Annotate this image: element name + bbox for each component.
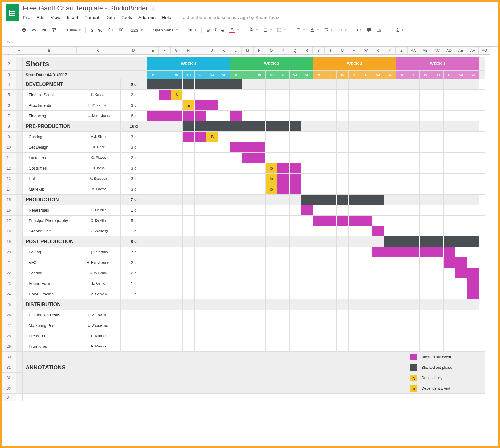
insert-chart-icon[interactable]	[375, 26, 383, 34]
gantt-cell[interactable]	[360, 331, 372, 341]
gantt-cell[interactable]	[290, 195, 301, 205]
cell[interactable]	[337, 383, 348, 394]
gantt-cell[interactable]	[171, 153, 183, 163]
gantt-cell[interactable]	[206, 184, 218, 195]
task-duration[interactable]: 1 d	[121, 278, 147, 289]
cell[interactable]	[360, 383, 372, 394]
gantt-cell[interactable]	[195, 153, 206, 163]
gantt-cell[interactable]	[396, 310, 408, 320]
gantt-cell[interactable]	[301, 121, 313, 132]
column-header[interactable]: U	[336, 47, 348, 55]
column-header[interactable]: A	[16, 47, 22, 55]
gantt-cell[interactable]	[242, 257, 254, 268]
gantt-cell[interactable]	[455, 100, 467, 111]
gantt-cell[interactable]	[195, 111, 206, 121]
day-header[interactable]: W	[420, 71, 431, 79]
gantt-cell[interactable]	[195, 236, 206, 247]
task-name[interactable]: Casting	[23, 132, 77, 142]
cell[interactable]	[277, 373, 289, 383]
gantt-cell[interactable]	[408, 184, 420, 195]
gantt-cell[interactable]	[171, 195, 183, 205]
task-owner[interactable]: E. Mannix	[77, 331, 121, 341]
gantt-cell[interactable]	[254, 341, 266, 352]
gantt-cell[interactable]	[444, 111, 455, 121]
gantt-cell[interactable]	[242, 299, 254, 310]
start-date-label[interactable]: Start Date: 04/01/2017	[23, 71, 147, 79]
gantt-cell[interactable]	[218, 299, 230, 310]
task-duration[interactable]	[121, 331, 147, 341]
gantt-cell[interactable]	[337, 257, 348, 268]
gantt-cell[interactable]	[349, 195, 360, 205]
cell[interactable]	[396, 352, 408, 362]
cell[interactable]	[16, 226, 23, 236]
cell[interactable]	[396, 362, 408, 373]
gantt-cell[interactable]	[467, 299, 479, 310]
gantt-cell[interactable]	[266, 195, 277, 205]
gantt-cell[interactable]	[290, 341, 301, 352]
gantt-cell[interactable]	[372, 163, 384, 174]
gantt-cell[interactable]	[467, 278, 479, 289]
gantt-cell[interactable]	[479, 226, 485, 236]
gantt-cell[interactable]	[337, 247, 348, 257]
gantt-cell[interactable]	[337, 153, 348, 163]
gantt-cell[interactable]	[171, 226, 183, 236]
gantt-cell[interactable]	[290, 310, 301, 320]
gantt-cell[interactable]	[396, 278, 408, 289]
day-header[interactable]: F	[195, 71, 206, 79]
gantt-cell[interactable]	[277, 174, 289, 184]
gantt-cell[interactable]	[467, 247, 479, 257]
cell[interactable]	[266, 383, 277, 394]
gantt-cell[interactable]	[455, 216, 467, 226]
cell[interactable]	[23, 352, 147, 362]
gantt-cell[interactable]	[266, 257, 277, 268]
gantt-cell[interactable]	[479, 268, 485, 278]
cell[interactable]	[372, 352, 384, 362]
gantt-cell[interactable]	[218, 79, 230, 90]
gantt-cell[interactable]	[171, 289, 183, 299]
gantt-cell[interactable]	[325, 90, 337, 100]
task-owner[interactable]: L. Kasdan	[77, 90, 121, 100]
gantt-cell[interactable]	[277, 247, 289, 257]
gantt-cell[interactable]	[147, 331, 159, 341]
cell[interactable]	[266, 373, 277, 383]
gantt-cell[interactable]	[420, 142, 431, 153]
gantt-cell[interactable]	[277, 320, 289, 331]
gantt-cell[interactable]	[431, 278, 443, 289]
menu-help[interactable]: Help	[162, 15, 171, 20]
gantt-cell[interactable]	[277, 278, 289, 289]
cell[interactable]	[349, 373, 360, 383]
gantt-cell[interactable]	[254, 278, 266, 289]
gantt-cell[interactable]	[147, 132, 159, 142]
gantt-cell[interactable]	[206, 331, 218, 341]
gantt-cell[interactable]	[195, 299, 206, 310]
gantt-cell[interactable]	[349, 341, 360, 352]
cell[interactable]	[16, 153, 23, 163]
gantt-cell[interactable]	[218, 153, 230, 163]
gantt-cell[interactable]	[420, 111, 431, 121]
gantt-cell[interactable]	[420, 289, 431, 299]
gantt-cell[interactable]	[171, 121, 183, 132]
gantt-cell[interactable]	[337, 132, 348, 142]
gantt-cell[interactable]	[360, 320, 372, 331]
gantt-cell[interactable]	[325, 142, 337, 153]
gantt-cell[interactable]	[301, 153, 313, 163]
gantt-cell[interactable]	[408, 216, 420, 226]
gantt-cell[interactable]	[384, 268, 396, 278]
column-header[interactable]: O	[265, 47, 277, 55]
gantt-cell[interactable]	[444, 341, 455, 352]
gantt-cell[interactable]	[384, 278, 396, 289]
gantt-cell[interactable]	[431, 111, 443, 121]
gantt-cell[interactable]	[349, 257, 360, 268]
gantt-cell[interactable]	[159, 100, 171, 111]
gantt-cell[interactable]	[455, 341, 467, 352]
gantt-cell[interactable]	[206, 111, 218, 121]
gantt-cell[interactable]	[337, 331, 348, 341]
gantt-cell[interactable]	[455, 174, 467, 184]
gantt-cell[interactable]	[384, 111, 396, 121]
gantt-cell[interactable]	[218, 226, 230, 236]
gantt-cell[interactable]	[171, 278, 183, 289]
gantt-cell[interactable]	[290, 247, 301, 257]
gantt-cell[interactable]	[349, 174, 360, 184]
edit-status[interactable]: Last edit was made seconds ago by Shant …	[181, 15, 279, 20]
gantt-cell[interactable]	[254, 184, 266, 195]
